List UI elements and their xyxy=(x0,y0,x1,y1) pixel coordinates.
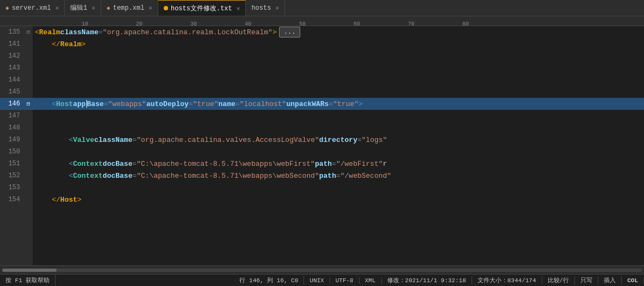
scrollbar-thumb[interactable] xyxy=(2,269,57,272)
tab-temp-xml-close[interactable]: ✕ xyxy=(148,4,152,11)
tab-bianji1-close[interactable]: ✕ xyxy=(91,4,95,11)
gutter-row-151: 151 xyxy=(0,158,33,170)
dir-149: directory xyxy=(319,136,357,144)
line-num-144: 144 xyxy=(0,76,24,84)
unpackwarsval-146: "true" xyxy=(333,100,358,108)
fold-icon-148 xyxy=(24,124,32,132)
tab-server-xml-close[interactable]: ✕ xyxy=(55,4,59,11)
name-146: name xyxy=(219,100,236,108)
gutter-row-142: 142 xyxy=(0,50,33,62)
docbase-152: docBase xyxy=(103,172,133,180)
line-num-143: 143 xyxy=(0,64,24,72)
status-help-text: 按 F1 获取帮助 xyxy=(5,276,49,284)
status-position-text: 行 146, 列 16, C0 xyxy=(239,276,298,284)
line-num-150: 150 xyxy=(0,148,24,156)
fold-icon-149 xyxy=(24,136,32,144)
tab-hosts-txt[interactable]: hosts文件修改.txt ✕ xyxy=(158,0,246,16)
nameval-146: "localhost" xyxy=(240,100,287,108)
eq-151: = xyxy=(132,160,137,168)
horizontal-scrollbar[interactable] xyxy=(0,265,644,274)
status-help: 按 F1 获取帮助 xyxy=(0,275,55,286)
eq2-152: = xyxy=(336,172,340,180)
tab-hosts[interactable]: hosts ✕ xyxy=(246,0,285,16)
fold-icon-150 xyxy=(24,148,32,156)
gutter-row-149: 149 xyxy=(0,134,33,146)
lt-146: < xyxy=(52,100,56,108)
code-line-151: <Context docBase="C:\apache-tomcat-8.5.7… xyxy=(33,158,644,170)
line-num-135: 135 xyxy=(0,28,24,36)
path-151: path xyxy=(315,160,332,168)
tab-hosts-txt-label: hosts文件修改.txt xyxy=(171,4,232,13)
line-num-151: 151 xyxy=(0,160,24,167)
unpackwars-146: unpackWARs xyxy=(286,100,329,108)
fold-icon-154 xyxy=(24,196,32,203)
xml-icon: ◈ xyxy=(5,4,9,11)
tab-temp-xml[interactable]: ◈ temp.xml ✕ xyxy=(101,0,158,16)
tab-bianji1[interactable]: 编辑1 ✕ xyxy=(65,0,101,16)
status-readonly[interactable]: 只写 xyxy=(575,276,598,284)
lt-149: < xyxy=(69,136,73,144)
status-insert[interactable]: 插入 xyxy=(598,276,622,284)
status-bar: 按 F1 获取帮助 行 146, 列 16, C0 UNIX UTF-8 XML… xyxy=(0,274,644,286)
fold-icon-152 xyxy=(24,172,32,179)
code-line-146[interactable]: <Host appBase="webapps" autoDeploy="true… xyxy=(33,98,644,110)
line-gutter: 135 ⊟ 141 142 143 144 145 146 xyxy=(0,26,33,265)
tab-hosts-close[interactable]: ✕ xyxy=(275,4,279,11)
line-num-141: 141 xyxy=(0,40,24,48)
tab-hosts-txt-close[interactable]: ✕ xyxy=(237,5,240,12)
gutter-row-154: 154 xyxy=(0,194,33,206)
fold-icon-146[interactable]: ⊟ xyxy=(24,100,32,108)
gutter-row-144: 144 xyxy=(0,74,33,86)
appbase-146: app xyxy=(73,100,85,108)
code-line-148 xyxy=(33,122,644,134)
indent-146 xyxy=(35,100,52,108)
tag-host-close-154: Host xyxy=(60,196,77,204)
status-modified-date: 2021/11/1 9:32:18 xyxy=(405,277,466,284)
code-content[interactable]: <Realm className="org.apache.catalina.re… xyxy=(33,26,644,265)
gutter-row-150: 150 xyxy=(0,146,33,158)
eq3-146: = xyxy=(236,100,240,108)
code-line-150 xyxy=(33,146,644,158)
line-num-146: 146 xyxy=(0,100,24,108)
status-modified-label: 修改： xyxy=(387,276,405,284)
tag-realm-close-141: Realm xyxy=(60,40,82,48)
line-num-152: 152 xyxy=(0,172,24,179)
classval-149: "org.apache.catalina.valves.AccessLogVal… xyxy=(137,136,319,144)
scrollbar-track[interactable] xyxy=(2,269,642,272)
indent-152 xyxy=(35,172,69,180)
tab-bar: ◈ server.xml ✕ 编辑1 ✕ ◈ temp.xml ✕ hosts文… xyxy=(0,0,644,16)
path-152: path xyxy=(319,172,336,180)
appbaseval-146: "webapps" xyxy=(108,100,146,108)
tab-server-xml[interactable]: ◈ server.xml ✕ xyxy=(0,0,65,16)
docbaseval-151: "C:\apache-tomcat-8.5.71\webapps\webFirs… xyxy=(137,160,315,168)
fold-icon-142 xyxy=(24,52,32,60)
status-language-text: XML xyxy=(365,277,376,284)
gutter-row-145: 145 xyxy=(0,86,33,98)
gutter-row-146: 146 ⊟ xyxy=(0,98,33,110)
modified-dot xyxy=(164,6,168,10)
eq2-151: = xyxy=(332,160,336,168)
status-col: COL xyxy=(622,277,644,284)
indent-151 xyxy=(35,160,69,168)
tag-realm-135: Realm xyxy=(39,28,60,36)
code-line-153 xyxy=(33,182,644,194)
line-num-149: 149 xyxy=(0,136,24,144)
fold-icon-141 xyxy=(24,40,32,48)
fold-icon-135[interactable]: ⊟ xyxy=(24,28,32,36)
ltslash-154: </ xyxy=(52,196,60,204)
xml-icon2: ◈ xyxy=(107,4,110,11)
gutter-row-152: 152 xyxy=(0,170,33,182)
classname-135: className xyxy=(60,28,98,36)
tag-ctx2-152: Context xyxy=(73,172,103,180)
indent-154 xyxy=(35,196,52,204)
status-unix: UNIX xyxy=(304,277,330,284)
line-num-142: 142 xyxy=(0,52,24,60)
lt-152: < xyxy=(69,172,73,180)
tab-temp-xml-label: temp.xml xyxy=(113,4,145,12)
status-language[interactable]: XML xyxy=(360,277,382,284)
tab-bianji1-label: 编辑1 xyxy=(70,3,87,13)
indent-149 xyxy=(35,136,69,144)
tag-host-146: Host xyxy=(56,100,73,108)
status-readonly-text: 只写 xyxy=(580,276,592,284)
gutter-row-135: 135 ⊟ xyxy=(0,26,33,38)
